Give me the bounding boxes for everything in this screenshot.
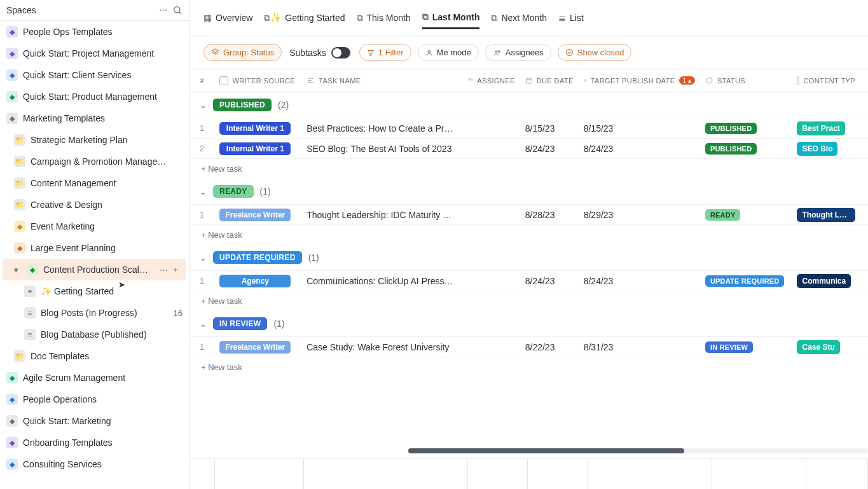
subtasks-toggle[interactable]	[331, 47, 350, 59]
search-icon[interactable]	[172, 5, 183, 15]
tab-next-month[interactable]: ⧉Next Month	[491, 8, 547, 29]
content-type-pill[interactable]: Thought Lead	[797, 208, 855, 222]
due-date[interactable]: 8/22/23	[525, 342, 555, 352]
sidebar-item[interactable]: ◆Onboarding Templates	[0, 432, 189, 453]
task-name[interactable]: Communications: ClickUp AI Press…	[307, 276, 453, 286]
col-number[interactable]: #	[189, 77, 214, 85]
group-header[interactable]: ⌄PUBLISHED(2)	[189, 92, 868, 118]
me-mode-chip[interactable]: Me mode	[418, 44, 479, 61]
col-status[interactable]: STATUS	[700, 76, 792, 85]
ellipsis-icon[interactable]: ⋯	[160, 265, 168, 275]
assignees-chip[interactable]: Assignees	[485, 44, 551, 61]
tab-this-month[interactable]: ⧉This Month	[357, 8, 411, 29]
writer-source-pill[interactable]: Internal Writer 1	[219, 142, 291, 155]
sidebar-item[interactable]: ≡✨ Getting Started	[0, 280, 189, 302]
new-task-button[interactable]: + New task	[189, 225, 868, 245]
sidebar-item[interactable]: ◆Quick Start: Marketing	[0, 410, 189, 432]
sidebar-item[interactable]: 📁Content Management	[0, 172, 189, 194]
new-task-button[interactable]: + New task	[189, 291, 868, 311]
table-row[interactable]: 1AgencyCommunications: ClickUp AI Press……	[189, 271, 868, 291]
content-type-pill[interactable]: Case Stu	[797, 340, 839, 354]
tab-overview[interactable]: ▦Overview	[203, 8, 252, 28]
group-header[interactable]: ⌄UPDATE REQUIRED(1)	[189, 245, 868, 271]
col-target-publish[interactable]: TARGET PUBLISH DATE1▴	[579, 76, 700, 85]
sidebar-list[interactable]: ◆People Ops Templates◆Quick Start: Proje…	[0, 21, 189, 489]
col-content-type[interactable]: CONTENT TYP	[792, 76, 860, 85]
chevron-down-icon[interactable]: ⌄	[200, 100, 207, 110]
col-task-name[interactable]: TASK NAME	[301, 76, 462, 85]
show-closed-chip[interactable]: Show closed	[558, 44, 632, 61]
sidebar-item[interactable]: ◆Marketing Templates	[0, 107, 189, 129]
writer-source-pill[interactable]: Agency	[219, 275, 291, 287]
target-date[interactable]: 8/24/23	[584, 144, 614, 154]
task-name[interactable]: Best Practices: How to Create a Pr…	[307, 123, 453, 134]
table-body[interactable]: ⌄PUBLISHED(2)1Internal Writer 1Best Prac…	[189, 92, 868, 489]
target-date[interactable]: 8/24/23	[584, 276, 614, 286]
tab-last-month[interactable]: ⧉Last Month	[422, 6, 480, 29]
sidebar-item[interactable]: ◆Quick Start: Product Management	[0, 86, 189, 107]
sidebar-item[interactable]: 📁Doc Templates	[0, 345, 189, 367]
ellipsis-icon[interactable]: ⋯	[159, 5, 167, 15]
col-assignee[interactable]: ASSIGNEE	[462, 76, 520, 85]
status-pill[interactable]: IN REVIEW	[705, 341, 753, 353]
chevron-down-icon[interactable]: ▾	[14, 265, 22, 275]
tab-getting-started[interactable]: ⧉✨Getting Started	[264, 8, 345, 29]
table-row[interactable]: 2Internal Writer 1SEO Blog: The Best AI …	[189, 139, 868, 159]
table-row[interactable]: 1Internal Writer 1Best Practices: How to…	[189, 118, 868, 139]
sidebar-item[interactable]: 📁Campaign & Promotion Manage…	[0, 151, 189, 172]
task-name[interactable]: Case Study: Wake Forest University	[307, 342, 449, 352]
sidebar-item[interactable]: ◆Quick Start: Project Management	[0, 43, 189, 64]
sidebar-item[interactable]: 📁Strategic Marketing Plan	[0, 129, 189, 151]
target-date[interactable]: 8/15/23	[584, 123, 614, 134]
group-header[interactable]: ⌄IN REVIEW(1)	[189, 311, 868, 337]
sidebar-item[interactable]: ▾◆Content Production Scal…⋯＋	[3, 259, 186, 280]
scrollbar-thumb[interactable]	[408, 448, 684, 453]
filter-chip[interactable]: 1 Filter	[359, 44, 411, 61]
content-type-pill[interactable]: Best Pract	[797, 121, 844, 135]
status-pill[interactable]: PUBLISHED	[705, 143, 757, 155]
writer-source-pill[interactable]: Internal Writer 1	[219, 122, 291, 135]
target-date[interactable]: 8/31/23	[584, 342, 614, 352]
due-date[interactable]: 8/28/23	[525, 210, 555, 220]
due-date[interactable]: 8/24/23	[525, 144, 555, 154]
sidebar-item-label: Creative & Design	[31, 200, 102, 210]
target-date[interactable]: 8/29/23	[584, 210, 614, 220]
task-name[interactable]: Thought Leadership: IDC Maturity …	[307, 210, 451, 220]
chevron-down-icon[interactable]: ⌄	[200, 253, 207, 263]
sidebar-item[interactable]: ≡Blog Posts (In Progress)16	[0, 302, 189, 324]
task-name[interactable]: SEO Blog: The Best AI Tools of 2023	[307, 144, 451, 154]
new-task-button[interactable]: + New task	[189, 159, 868, 179]
due-date[interactable]: 8/24/23	[525, 276, 555, 286]
group-header[interactable]: ⌄READY(1)	[189, 179, 868, 205]
sidebar-item[interactable]: ◆People Operations	[0, 389, 189, 410]
content-type-pill[interactable]: SEO Blo	[797, 142, 837, 156]
sidebar-item[interactable]: ≡Blog Database (Published)	[0, 324, 189, 345]
sidebar-item[interactable]: 📁Creative & Design	[0, 194, 189, 216]
horizontal-scrollbar[interactable]	[408, 448, 868, 453]
sort-badge[interactable]: 1▴	[679, 76, 695, 85]
sidebar-item[interactable]: ◆Quick Start: Client Services	[0, 64, 189, 86]
writer-source-pill[interactable]: Freelance Writer	[219, 209, 291, 221]
sidebar-item[interactable]: ◆Consulting Services	[0, 453, 189, 475]
content-type-pill[interactable]: Communica	[797, 274, 851, 288]
writer-source-pill[interactable]: Freelance Writer	[219, 341, 291, 354]
sidebar-item[interactable]: ◆Agile Scrum Management	[0, 367, 189, 389]
status-pill[interactable]: READY	[705, 209, 741, 221]
sidebar-item[interactable]: ◆Large Event Planning	[0, 237, 189, 259]
table-row[interactable]: 1Freelance WriterThought Leadership: IDC…	[189, 205, 868, 225]
new-task-button[interactable]: + New task	[189, 357, 868, 377]
sidebar-item[interactable]: ◆People Ops Templates	[0, 21, 189, 43]
sidebar-item[interactable]: ◆Event Marketing	[0, 216, 189, 237]
chevron-down-icon[interactable]: ⌄	[200, 187, 207, 196]
tab-list[interactable]: ≣List	[558, 8, 584, 28]
status-pill[interactable]: UPDATE REQUIRED	[705, 275, 785, 287]
plus-icon[interactable]: ＋	[172, 264, 180, 275]
table-row[interactable]: 1Freelance WriterCase Study: Wake Forest…	[189, 337, 868, 357]
due-date[interactable]: 8/15/23	[525, 123, 555, 134]
col-due-date[interactable]: DUE DATE	[520, 76, 579, 85]
group-chip[interactable]: Group: Status	[203, 44, 282, 61]
col-writer-source[interactable]: WRITER SOURCE	[214, 76, 301, 85]
sidebar-item-label: Campaign & Promotion Manage…	[31, 156, 166, 167]
chevron-down-icon[interactable]: ⌄	[200, 319, 207, 329]
status-pill[interactable]: PUBLISHED	[705, 123, 757, 134]
